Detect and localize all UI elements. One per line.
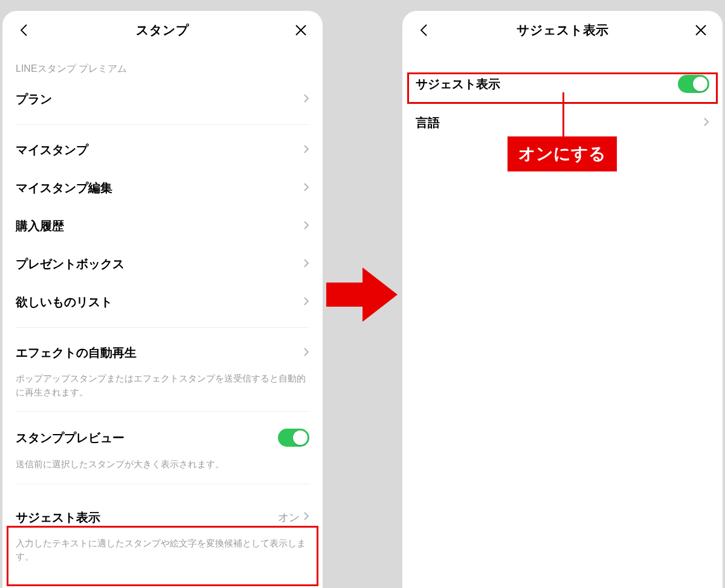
close-button[interactable] bbox=[692, 22, 709, 39]
chevron-right-icon bbox=[303, 94, 309, 106]
menu-label: プレゼントボックス bbox=[16, 256, 124, 272]
menu-value-wrap: オン bbox=[278, 510, 309, 525]
section-premium-label: LINEスタンプ プレミアム bbox=[2, 47, 323, 80]
menu-label: エフェクトの自動再生 bbox=[16, 345, 137, 361]
chevron-right-icon bbox=[303, 296, 309, 308]
chevron-right-icon bbox=[303, 182, 309, 194]
menu-label: サジェスト表示 bbox=[416, 76, 500, 92]
back-icon bbox=[19, 23, 30, 37]
chevron-right-icon bbox=[303, 258, 309, 270]
chevron-right-icon bbox=[303, 347, 309, 359]
stamp-preview-toggle[interactable] bbox=[278, 429, 309, 447]
close-icon bbox=[294, 24, 308, 37]
menu-label: スタンププレビュー bbox=[16, 430, 124, 446]
chevron-right-icon bbox=[303, 144, 309, 156]
menu-wishlist[interactable]: 欲しいものリスト bbox=[2, 283, 323, 321]
stamp-preview-desc: 送信前に選択したスタンプが大きく表示されます。 bbox=[2, 458, 323, 478]
suggest-desc: 入力したテキストに適したスタンプや絵文字を変換候補として表示します。 bbox=[2, 537, 323, 570]
header: スタンプ bbox=[2, 11, 323, 47]
divider bbox=[16, 484, 309, 484]
chevron-right-icon bbox=[303, 220, 309, 232]
menu-label: マイスタンプ bbox=[16, 142, 88, 158]
suggest-toggle[interactable] bbox=[678, 75, 709, 93]
annotation-arrow-icon bbox=[326, 264, 399, 325]
menu-label: 言語 bbox=[416, 115, 440, 131]
menu-my-stamps[interactable]: マイスタンプ bbox=[2, 131, 323, 169]
menu-label: サジェスト表示 bbox=[16, 510, 100, 526]
divider bbox=[16, 411, 309, 412]
screen-stamps: スタンプ LINEスタンプ プレミアム プラン マイスタンプ マイスタンプ編集 … bbox=[2, 11, 323, 588]
close-button[interactable] bbox=[292, 22, 309, 39]
menu-my-stamps-edit[interactable]: マイスタンプ編集 bbox=[2, 169, 323, 207]
chevron-right-icon bbox=[303, 511, 309, 523]
suggest-value: オン bbox=[278, 510, 300, 525]
divider bbox=[16, 327, 309, 328]
menu-label: 欲しいものリスト bbox=[16, 294, 112, 310]
back-button[interactable] bbox=[16, 22, 33, 39]
menu-label: プラン bbox=[16, 91, 52, 107]
annotation-connector-line bbox=[562, 92, 564, 137]
callout-text: オンにする bbox=[518, 144, 606, 163]
menu-stamp-preview: スタンププレビュー bbox=[2, 418, 323, 458]
menu-suggest[interactable]: サジェスト表示 オン bbox=[2, 499, 323, 537]
menu-effect-autoplay[interactable]: エフェクトの自動再生 bbox=[2, 334, 323, 372]
header: サジェスト表示 bbox=[402, 11, 723, 47]
menu-label: 購入履歴 bbox=[16, 218, 64, 234]
menu-plan[interactable]: プラン bbox=[2, 80, 323, 118]
menu-present-box[interactable]: プレゼントボックス bbox=[2, 245, 323, 283]
menu-label: マイスタンプ編集 bbox=[16, 180, 112, 196]
annotation-callout: オンにする bbox=[507, 136, 617, 171]
effect-autoplay-desc: ポップアップスタンプまたはエフェクトスタンプを送受信すると自動的に再生されます。 bbox=[2, 372, 323, 405]
divider bbox=[16, 124, 309, 125]
back-button[interactable] bbox=[416, 22, 433, 39]
page-title: スタンプ bbox=[136, 22, 189, 39]
menu-purchase-history[interactable]: 購入履歴 bbox=[2, 207, 323, 245]
page-title: サジェスト表示 bbox=[517, 22, 608, 39]
back-icon bbox=[419, 23, 430, 37]
close-icon bbox=[694, 24, 707, 37]
chevron-right-icon bbox=[703, 117, 709, 129]
